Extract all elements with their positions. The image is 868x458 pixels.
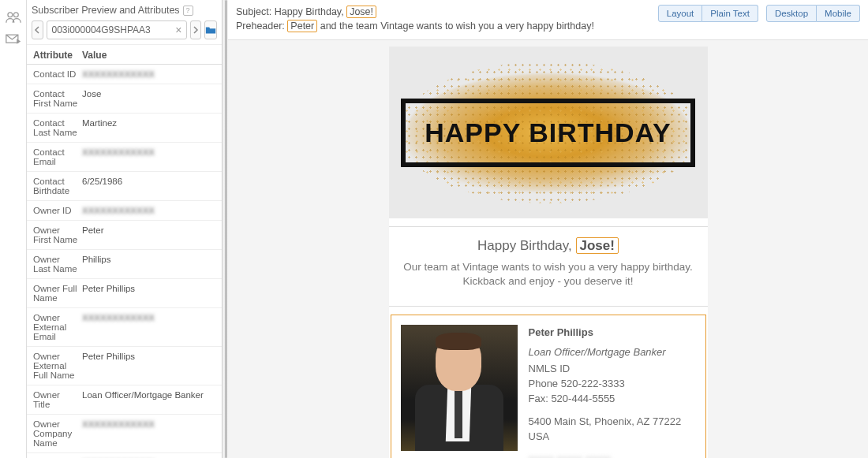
subscriber-lookup: × xyxy=(27,19,222,44)
preheader-line: Preheader: Peter and the team Vintage wa… xyxy=(236,19,594,33)
attr-value: Phillips xyxy=(82,255,110,274)
divider xyxy=(389,306,708,307)
preview-topbar: Subject: Happy Birthday, Jose! Preheader… xyxy=(228,0,868,40)
table-row: Contact First NameJose xyxy=(27,84,222,114)
email-canvas: HAPPY BIRTHDAY Happy Birthday, Jose! Our… xyxy=(389,47,708,458)
sig-addr1: 5400 Main St, Phoenix, AZ 77222 xyxy=(529,414,696,429)
next-subscriber-button[interactable] xyxy=(190,20,202,39)
sig-redacted: xxxxx xxxxx xxxxxxxxxx xxxxx xyxy=(529,453,696,458)
sig-nmls: NMLS ID xyxy=(529,361,696,376)
attr-table-body[interactable]: Contact IDXXXXXXXXXXXXContact First Name… xyxy=(27,65,222,458)
table-row: Owner IDXXXXXXXXXXXX xyxy=(27,201,222,221)
subscriber-sidebar: Subscriber Preview and Attributes ? × At… xyxy=(27,0,223,458)
attr-value: XXXXXXXXXXXX xyxy=(82,419,155,448)
table-row: Owner TitleLoan Officer/Mortgage Banker xyxy=(27,385,222,415)
attr-value: Peter Phillips xyxy=(82,284,135,303)
subject-line: Subject: Happy Birthday, Jose! xyxy=(236,5,594,19)
attr-value: Peter Phillips xyxy=(82,352,135,380)
signature-card: Peter Phillips Loan Officer/Mortgage Ban… xyxy=(391,315,706,458)
preheader-merge-highlight: Peter xyxy=(287,20,317,32)
attr-label: Owner Company Name xyxy=(33,419,82,448)
preview-pane: Subject: Happy Birthday, Jose! Preheader… xyxy=(228,0,868,458)
attr-value: XXXXXXXXXXXX xyxy=(82,69,155,79)
hero-headline: HAPPY BIRTHDAY xyxy=(425,117,672,148)
sig-phone: Phone 520-222-3333 xyxy=(529,376,696,391)
attr-value: 6/25/1986 xyxy=(82,177,122,195)
table-row: Contact EmailXXXXXXXXXXXX xyxy=(27,143,222,172)
signature-headshot xyxy=(401,325,518,451)
mobile-view-button[interactable]: Mobile xyxy=(817,5,860,22)
attr-col-header: Attribute xyxy=(33,50,82,61)
attr-value: Loan Officer/Mortgage Banker xyxy=(82,390,204,409)
table-row: Owner AddressXXXXXXXXXXXX xyxy=(27,453,222,458)
desktop-view-button[interactable]: Desktop xyxy=(766,5,817,22)
panel-resizer[interactable] xyxy=(223,0,228,458)
signature-info: Peter Phillips Loan Officer/Mortgage Ban… xyxy=(529,325,696,458)
table-row: Owner Company NameXXXXXXXXXXXX xyxy=(27,415,222,453)
body-text: Our team at Vintage wants to wish you a … xyxy=(389,260,708,298)
greeting-merge-highlight: Jose! xyxy=(576,237,619,254)
prev-subscriber-button[interactable] xyxy=(32,20,43,39)
sig-addr2: USA xyxy=(529,429,696,444)
table-row: Contact Birthdate6/25/1986 xyxy=(27,172,222,201)
attr-label: Owner ID xyxy=(33,206,82,215)
attr-value: XXXXXXXXXXXX xyxy=(82,147,155,166)
attr-label: Contact First Name xyxy=(33,89,82,108)
tool-rail xyxy=(0,0,27,458)
table-row: Owner First NamePeter xyxy=(27,221,222,250)
attr-label: Owner External Email xyxy=(33,313,82,341)
attr-value: Peter xyxy=(82,225,104,244)
table-row: Owner Full NamePeter Phillips xyxy=(27,279,222,308)
sidebar-title-text: Subscriber Preview and Attributes xyxy=(32,5,180,16)
sig-title: Loan Officer/Mortgage Banker xyxy=(529,344,696,359)
attr-label: Owner Title xyxy=(33,390,82,409)
browse-subscribers-button[interactable] xyxy=(204,20,217,39)
svg-point-1 xyxy=(13,13,18,17)
table-row: Owner Last NamePhillips xyxy=(27,250,222,279)
attr-label: Owner Full Name xyxy=(33,284,82,303)
value-col-header: Value xyxy=(82,50,107,61)
attr-label: Owner Last Name xyxy=(33,255,82,274)
divider xyxy=(389,226,708,227)
attr-label: Contact Last Name xyxy=(33,118,82,137)
clear-input-icon[interactable]: × xyxy=(175,24,181,36)
layout-view-button[interactable]: Layout xyxy=(658,5,703,22)
sidebar-title: Subscriber Preview and Attributes ? xyxy=(27,0,222,19)
sig-fax: Fax: 520-444-5555 xyxy=(529,391,696,406)
attr-value: Martinez xyxy=(82,118,117,137)
sig-name: Peter Phillips xyxy=(529,325,696,340)
preview-scroll-area[interactable]: HAPPY BIRTHDAY Happy Birthday, Jose! Our… xyxy=(228,40,868,458)
attr-label: Contact Email xyxy=(33,147,82,166)
subscriber-id-input[interactable] xyxy=(47,20,187,39)
attr-table-header: Attribute Value xyxy=(27,44,222,65)
plaintext-view-button[interactable]: Plain Text xyxy=(702,5,758,22)
attr-value: Jose xyxy=(82,89,101,108)
svg-point-0 xyxy=(8,13,13,17)
attr-value: XXXXXXXXXXXX xyxy=(82,206,155,215)
view-toggle-group: Layout Plain Text Desktop Mobile xyxy=(658,5,860,22)
table-row: Contact IDXXXXXXXXXXXX xyxy=(27,65,222,84)
attr-label: Contact Birthdate xyxy=(33,177,82,195)
attr-label: Contact ID xyxy=(33,69,82,79)
subscribers-icon[interactable] xyxy=(0,6,27,28)
greeting-line: Happy Birthday, Jose! xyxy=(389,238,708,254)
attr-label: Owner First Name xyxy=(33,225,82,244)
hero-image: HAPPY BIRTHDAY xyxy=(389,47,708,218)
table-row: Contact Last NameMartinez xyxy=(27,114,222,143)
subject-merge-highlight: Jose! xyxy=(346,6,376,18)
table-row: Owner External Full NamePeter Phillips xyxy=(27,347,222,385)
attr-label: Owner External Full Name xyxy=(33,352,82,380)
table-row: Owner External EmailXXXXXXXXXXXX xyxy=(27,308,222,347)
attr-value: XXXXXXXXXXXX xyxy=(82,313,155,341)
send-preview-icon[interactable] xyxy=(0,28,27,50)
help-icon[interactable]: ? xyxy=(183,6,193,16)
